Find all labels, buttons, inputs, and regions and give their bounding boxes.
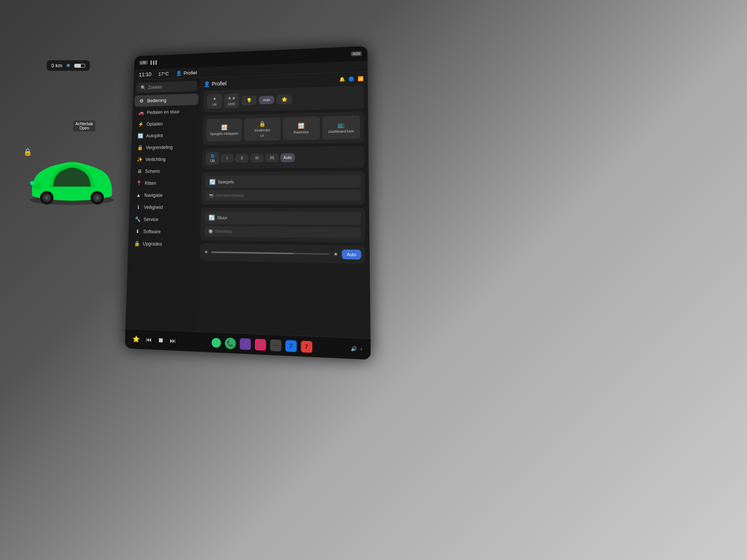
window-lock-button[interactable]: 🪟 Raamslot	[282, 116, 319, 140]
autopilot-icon: 🔄	[137, 133, 143, 138]
volume-icon[interactable]: 🔊	[351, 345, 357, 352]
lights-dde-button[interactable]: ☀☀ DDE	[224, 93, 239, 108]
app-calendar[interactable]: 7	[301, 340, 312, 352]
dashboard-button[interactable]: 📺 Dashboard kast	[322, 116, 360, 140]
sidebar-item-service[interactable]: 🔧 Service	[130, 214, 196, 226]
brightness-auto-button[interactable]: Auto	[342, 249, 361, 259]
software-label: Software	[143, 229, 161, 234]
app-dots[interactable]: ⋯	[270, 339, 281, 351]
sidebar-item-software[interactable]: ⬇ Software	[130, 226, 196, 238]
wiper-auto-label: Auto	[284, 156, 292, 160]
mirrors-adjust-button[interactable]: 🔄 Spiegels	[205, 175, 361, 188]
sidebar-item-opladen[interactable]: ⚡ Opladen	[133, 117, 198, 130]
steer-button[interactable]: 🔄 Stuur	[205, 212, 361, 225]
lights-mode-button[interactable]: 💡	[241, 95, 256, 105]
wiper-off-label: Uit	[210, 159, 215, 163]
security-button[interactable]: 🔘 Bewaking	[204, 226, 361, 238]
navigatie-label: Navigatie	[144, 192, 163, 198]
childlock-button[interactable]: 🔒 Kinderslot Uit	[244, 117, 281, 141]
sidebar-item-navigatie[interactable]: ▲ Navigatie	[131, 189, 196, 201]
sidebar-item-upgrades[interactable]: 🔒 Upgrades	[130, 238, 195, 250]
search-placeholder: Zoeken	[148, 84, 162, 90]
beam-icon: 🌟	[281, 96, 287, 102]
wiper-1-button[interactable]: I	[221, 154, 234, 163]
sidebar-item-autopilot[interactable]: 🔄 Autopilot	[133, 129, 198, 142]
wiper-3-label: III	[255, 156, 258, 160]
wiper-2-label: II	[241, 156, 243, 160]
car-visualization: ⚡	[19, 105, 124, 253]
ritten-label: Ritten	[145, 180, 156, 186]
navigatie-icon: ▲	[135, 192, 141, 198]
steer-security-section: 🔄 Stuur 🔘 Bewaking	[200, 208, 365, 243]
wiper-auto-button[interactable]: Auto	[281, 153, 295, 162]
window-lock-label: Raamslot	[294, 130, 309, 135]
signal-bars: ▌▌▌	[151, 60, 158, 65]
lights-off-button[interactable]: ☀ Uit	[207, 94, 222, 108]
tesla-screen: LTE ▌▌▌ SOS 11:10 17°C 👤 Profiel 🔍	[125, 46, 371, 360]
main-content: 🔍 Zoeken ⚙ Bediening 🚗 Pedalen en stuur …	[125, 72, 370, 338]
mirrors-fold-label: Spiegels inklappen	[210, 131, 238, 136]
steer-row: 🔄 Stuur	[205, 212, 361, 225]
camera-button[interactable]: 📷 Niet beschikbaar	[205, 190, 361, 201]
lights-section: ☀ Uit ☀☀ DDE 💡 Auto	[203, 86, 364, 112]
wiper-2-button[interactable]: II	[235, 154, 249, 163]
notification-icon[interactable]: 🔔	[339, 77, 345, 82]
sidebar-item-pedalen[interactable]: 🚗 Pedalen en stuur	[134, 105, 198, 119]
wiper-4-button[interactable]: IIII	[265, 153, 279, 162]
lights-off-label: Uit	[212, 103, 217, 107]
panel-title-icon: 👤	[203, 81, 210, 87]
scherm-label: Scherm	[145, 168, 160, 174]
veiligheid-label: Veiligheid	[144, 205, 163, 210]
next-icon[interactable]: ⏭	[170, 337, 176, 344]
profile-nav[interactable]: 👤 Profiel	[176, 70, 197, 76]
arrow-icon[interactable]: ›	[360, 346, 362, 352]
app-phone[interactable]: 📞	[224, 337, 236, 349]
battery-indicator	[74, 64, 85, 68]
lights-auto-label: Auto	[263, 98, 270, 102]
sidebar-item-ritten[interactable]: 📍 Ritten	[132, 177, 196, 189]
wiper-icon: 🌀	[210, 154, 215, 158]
vergrendeling-icon: 🔒	[137, 145, 143, 150]
app-music[interactable]: 🎵	[254, 338, 266, 350]
childlock-icon: 🔒	[259, 121, 265, 127]
prev-icon[interactable]: ⏮	[146, 336, 152, 343]
favorite-icon[interactable]: ⭐	[132, 335, 140, 343]
upgrades-label: Upgrades	[143, 241, 162, 247]
quick-controls-section: 🪟 Spiegels inklappen 🔒 Kinderslot Uit 🪟 …	[202, 112, 364, 145]
veiligheid-icon: ℹ	[135, 204, 141, 210]
app-bluetooth[interactable]: 7	[285, 340, 296, 352]
sidebar-item-verlichting[interactable]: ✨ Verlichting	[132, 153, 197, 165]
wiper-off-button[interactable]: 🌀 Uit	[206, 152, 219, 165]
app-green-dot[interactable]	[211, 338, 221, 348]
ritten-icon: 📍	[136, 180, 142, 186]
service-icon: 🔧	[135, 216, 140, 222]
mirrors-camera-section: 🔄 Spiegels 📷 Niet beschikbaar	[201, 171, 365, 205]
pedalen-label: Pedalen en stuur	[147, 109, 179, 115]
search-icon: 🔍	[140, 85, 146, 90]
mirrors-fold-button[interactable]: 🪟 Spiegels inklappen	[206, 118, 242, 142]
lights-beam-button[interactable]: 🌟	[277, 94, 292, 104]
speed-display: 0 km	[51, 63, 62, 68]
app-purple[interactable]	[240, 338, 251, 350]
sidebar-item-scherm[interactable]: 🖥 Scherm	[132, 165, 197, 177]
sidebar-item-bediening[interactable]: ⚙ Bediening	[134, 94, 198, 107]
panel-title: 👤 Profiel	[203, 80, 226, 87]
mirror-adjust-icon: 🔄	[209, 179, 216, 185]
status-right: SOS	[351, 51, 362, 56]
steer-icon: 🔄	[209, 215, 215, 221]
search-box[interactable]: 🔍 Zoeken	[136, 81, 197, 93]
lights-auto-button[interactable]: Auto	[259, 95, 274, 104]
mirrors-adjust-label: Spiegels	[218, 180, 234, 184]
panel-icons: 🔔 🔵 📶	[339, 76, 364, 82]
status-left: LTE ▌▌▌	[139, 60, 158, 65]
stop-icon[interactable]: ⏹	[158, 336, 164, 344]
bediening-label: Bediening	[147, 98, 167, 103]
brightness-slider[interactable]	[211, 251, 330, 255]
lock-icon-overlay: 🔒	[23, 148, 32, 156]
sidebar-item-vergrendeling[interactable]: 🔒 Vergrendeling	[133, 141, 197, 153]
bluetooth-icon[interactable]: 🔵	[348, 76, 354, 82]
wiper-3-button[interactable]: III	[250, 154, 264, 163]
sidebar-item-veiligheid[interactable]: ℹ Veiligheid	[131, 201, 196, 214]
clock: 11:10	[139, 71, 151, 77]
pedalen-icon: 🚗	[138, 110, 144, 115]
